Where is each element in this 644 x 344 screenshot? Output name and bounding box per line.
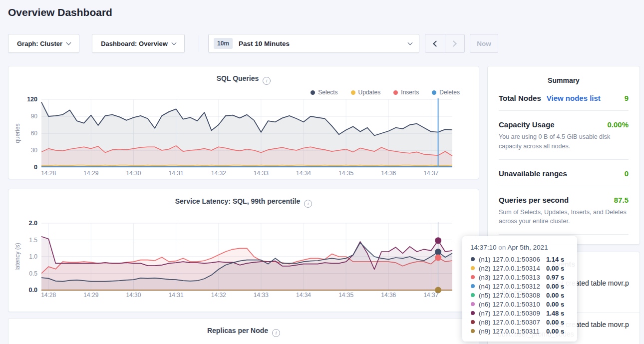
- chevron-down-icon: [66, 40, 71, 45]
- svg-text:latency (s): latency (s): [14, 243, 21, 270]
- svg-text:14:33: 14:33: [254, 292, 269, 299]
- node-color-dot-icon: [471, 311, 475, 315]
- tooltip-node-address: (n6) 127.0.0.1:50310: [479, 301, 543, 308]
- toolbar-divider: [199, 35, 199, 52]
- tooltip-node-value: 0.00 s: [546, 283, 570, 290]
- sql-queries-panel: SQL Queriesi SelectsUpdatesInsertsDelete…: [8, 66, 479, 179]
- tooltip-node-value: 1.14 s: [546, 256, 570, 263]
- chevron-right-icon: [450, 40, 457, 47]
- summary-row-capacity: Capacity Usage 0.00% You are using 0 B o…: [499, 111, 629, 160]
- time-pager: [425, 34, 465, 53]
- tooltip-row: (n8) 127.0.0.1:503070.00 s: [469, 318, 570, 327]
- svg-text:120: 120: [27, 96, 37, 103]
- total-nodes-value: 9: [625, 94, 629, 102]
- total-nodes-label: Total Nodes: [499, 94, 541, 102]
- info-icon[interactable]: i: [272, 329, 280, 337]
- tooltip-row: (n1) 127.0.0.1:503061.14 s: [469, 255, 570, 264]
- qps-description: Sum of Selects, Updates, Inserts, and De…: [499, 208, 629, 227]
- summary-row-unavailable-ranges: Unavailable ranges 0: [499, 160, 629, 186]
- tooltip-node-address: (n2) 127.0.0.1:50314: [479, 265, 543, 272]
- unavailable-ranges-label: Unavailable ranges: [499, 169, 567, 178]
- prev-interval-button[interactable]: [425, 34, 445, 52]
- replicas-per-node-panel: Replicas per Nodei: [8, 318, 479, 344]
- tooltip-row: (n9) 127.0.0.1:503110.00 s: [469, 327, 570, 336]
- svg-text:1.0: 1.0: [29, 253, 37, 260]
- chart-hover-tooltip: 14:37:10 on Apr 5th, 2021 (n1) 127.0.0.1…: [462, 236, 577, 342]
- node-color-dot-icon: [471, 329, 475, 333]
- tooltip-node-address: (n4) 127.0.0.1:50312: [479, 283, 543, 290]
- dashboard-dropdown-label: Dashboard: Overview: [101, 40, 168, 47]
- svg-text:0.0: 0.0: [29, 287, 37, 294]
- svg-text:0: 0: [34, 164, 37, 171]
- time-range-badge: 10m: [214, 38, 233, 49]
- tooltip-node-value: 0.00 s: [546, 328, 570, 335]
- dashboard-dropdown[interactable]: Dashboard: Overview: [92, 34, 185, 53]
- capacity-usage-description: You are using 0 B of 4.5 GiB usable disk…: [499, 132, 629, 151]
- summary-panel: Summary Total Nodes View nodes list 9 Ca…: [487, 66, 640, 245]
- svg-text:14:36: 14:36: [381, 292, 396, 299]
- unavailable-ranges-value: 0: [625, 169, 629, 178]
- tooltip-node-value: 1.48 s: [546, 310, 570, 317]
- replicas-per-node-title: Replicas per Nodei: [8, 327, 479, 337]
- svg-text:90: 90: [31, 113, 38, 120]
- chevron-down-icon: [408, 40, 413, 45]
- now-button[interactable]: Now: [470, 34, 498, 53]
- sql-queries-chart[interactable]: 030609012014:2814:2914:3014:3114:3214:33…: [8, 66, 479, 179]
- tooltip-row: (n3) 127.0.0.1:503130.97 s: [469, 273, 570, 282]
- page-title: Overview Dashboard: [8, 6, 112, 18]
- svg-text:14:37: 14:37: [423, 170, 438, 177]
- svg-text:2.0: 2.0: [29, 220, 37, 227]
- capacity-usage-label: Capacity Usage: [499, 120, 555, 129]
- chevron-down-icon: [171, 40, 176, 45]
- node-color-dot-icon: [471, 320, 475, 324]
- svg-text:14:34: 14:34: [296, 292, 311, 299]
- svg-text:14:28: 14:28: [41, 292, 56, 299]
- p99-latency-value: 1208.0 ms: [593, 244, 629, 245]
- node-color-dot-icon: [471, 284, 475, 288]
- qps-label: Queries per second: [499, 196, 569, 204]
- time-range-picker[interactable]: 10m Past 10 Minutes: [208, 34, 419, 53]
- svg-text:14:31: 14:31: [169, 292, 184, 299]
- view-nodes-list-link[interactable]: View nodes list: [547, 94, 601, 102]
- svg-text:14:35: 14:35: [338, 170, 353, 177]
- svg-text:14:34: 14:34: [296, 170, 311, 177]
- tooltip-timestamp: 14:37:10 on Apr 5th, 2021: [470, 244, 570, 251]
- svg-text:1.5: 1.5: [29, 237, 37, 244]
- svg-text:30: 30: [31, 147, 38, 154]
- next-interval-button[interactable]: [445, 34, 465, 52]
- tooltip-node-value: 0.00 s: [546, 265, 570, 272]
- service-latency-chart[interactable]: 0.00.51.01.52.014:2814:2914:3014:3114:32…: [8, 189, 479, 312]
- svg-text:14:36: 14:36: [381, 170, 396, 177]
- summary-row-total-nodes: Total Nodes View nodes list 9: [499, 84, 629, 111]
- tooltip-row: (n6) 127.0.0.1:503100.00 s: [469, 300, 570, 309]
- tooltip-node-address: (n5) 127.0.0.1:50308: [479, 292, 543, 299]
- node-color-dot-icon: [471, 266, 475, 270]
- tooltip-row: (n5) 127.0.0.1:503080.00 s: [469, 291, 570, 300]
- tooltip-row: (n7) 127.0.0.1:503091.48 s: [469, 309, 570, 318]
- graph-dropdown-label: Graph: Cluster: [17, 40, 62, 47]
- svg-text:14:31: 14:31: [169, 170, 184, 177]
- qps-value: 87.5: [614, 196, 629, 204]
- overview-dashboard-page: Overview Dashboard Graph: Cluster Dashbo…: [0, 0, 644, 344]
- tooltip-node-address: (n8) 127.0.0.1:50307: [479, 319, 543, 326]
- svg-text:14:32: 14:32: [211, 170, 226, 177]
- summary-row-qps: Queries per second 87.5 Sum of Selects, …: [499, 186, 629, 235]
- summary-body: Total Nodes View nodes list 9 Capacity U…: [488, 84, 640, 245]
- svg-text:14:29: 14:29: [83, 170, 98, 177]
- tooltip-node-value: 0.00 s: [546, 301, 570, 308]
- svg-text:14:32: 14:32: [211, 292, 226, 299]
- tooltip-row: (n2) 127.0.0.1:503140.00 s: [469, 264, 570, 273]
- svg-text:14:28: 14:28: [41, 170, 56, 177]
- tooltip-node-address: (n3) 127.0.0.1:50313: [479, 274, 543, 281]
- svg-text:14:35: 14:35: [338, 292, 353, 299]
- node-color-dot-icon: [471, 257, 475, 261]
- graph-dropdown[interactable]: Graph: Cluster: [8, 34, 79, 53]
- svg-text:14:29: 14:29: [83, 292, 98, 299]
- svg-text:14:37: 14:37: [423, 292, 438, 299]
- svg-text:14:30: 14:30: [126, 292, 141, 299]
- tooltip-node-value: 0.00 s: [546, 292, 570, 299]
- tooltip-node-address: (n9) 127.0.0.1:50311: [479, 328, 543, 335]
- svg-text:14:30: 14:30: [126, 170, 141, 177]
- summary-title: Summary: [488, 76, 640, 84]
- tooltip-node-address: (n1) 127.0.0.1:50306: [479, 256, 543, 263]
